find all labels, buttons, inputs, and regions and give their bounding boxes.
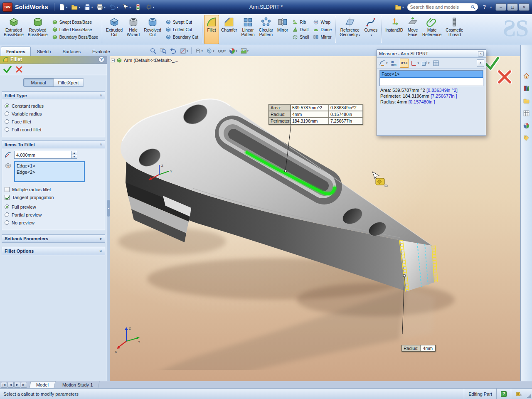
file-locations-button[interactable]: ▾	[393, 2, 405, 12]
swept-boss-base-button[interactable]: Swept Boss/Base	[51, 19, 99, 25]
setback-parameters-header[interactable]: Setback Parameters»	[2, 234, 105, 243]
zoom-fit-button[interactable]	[149, 47, 158, 55]
radio-face-fillet[interactable]: Face fillet	[5, 118, 102, 126]
first-tab-button[interactable]: |◀	[1, 382, 7, 388]
ok-button[interactable]	[3, 66, 12, 73]
tab-evaluate[interactable]: Evaluate	[87, 47, 116, 56]
measure-close-button[interactable]: ×	[478, 51, 484, 57]
arc-circle-measurements-button[interactable]: ▾	[379, 59, 388, 68]
manual-mode-button[interactable]: Manual	[24, 79, 54, 86]
tab-surfaces[interactable]: Surfaces	[57, 47, 86, 56]
revolved-boss-base-button[interactable]: RevolvedBoss/Base	[26, 15, 50, 44]
lofted-boss-base-button[interactable]: Lofted Boss/Base	[51, 26, 99, 33]
previous-view-button[interactable]	[169, 47, 177, 55]
close-button[interactable]: ×	[519, 3, 530, 11]
boundary-boss-base-button[interactable]: Boundary Boss/Base	[51, 34, 99, 40]
appearances-scenes-button[interactable]	[522, 121, 531, 130]
apply-scene-button[interactable]: ▾	[239, 47, 250, 55]
motion-study-tab[interactable]: Motion Study 1	[56, 381, 100, 388]
next-tab-button[interactable]: ▶	[14, 382, 20, 388]
edit-appearance-button[interactable]: ▾	[228, 47, 238, 55]
maximize-button[interactable]: □	[507, 3, 518, 11]
confirm-cancel-button[interactable]	[497, 70, 512, 84]
hide-show-items-button[interactable]: ▾	[217, 47, 227, 55]
model-tab[interactable]: Model	[29, 381, 56, 388]
shell-button[interactable]: Shell	[291, 34, 310, 40]
draft-button[interactable]: Draft	[291, 26, 310, 33]
instant3d-button[interactable]: Instant3D	[383, 15, 405, 44]
projection-button[interactable]: ▾	[421, 59, 430, 68]
radio-constant-radius[interactable]: Constant radius	[5, 102, 102, 110]
measurement-history-button[interactable]	[431, 59, 441, 68]
measure-tool-icon[interactable]	[515, 391, 522, 397]
point-to-point-button[interactable]: ▾	[410, 59, 420, 68]
reference-geometry-button[interactable]: ReferenceGeometry▾	[337, 15, 362, 44]
radio-full-round-fillet[interactable]: Full round fillet	[5, 126, 102, 133]
radio-partial-preview[interactable]: Partial preview	[5, 211, 102, 219]
save-button[interactable]: ▾	[82, 2, 94, 12]
prev-tab-button[interactable]: ◀	[7, 382, 14, 388]
open-button[interactable]: ▾	[69, 2, 81, 12]
rib-button[interactable]: Rib	[291, 19, 310, 25]
edge-selection-list[interactable]: Edge<1> Edge<2>	[14, 161, 85, 182]
checkbox-tangent-propagation[interactable]: Tangent propagation	[5, 193, 102, 201]
confirm-ok-button[interactable]	[485, 57, 500, 71]
revolved-cut-button[interactable]: RevolvedCut	[142, 15, 163, 44]
edge-list-item[interactable]: Edge<1>	[17, 163, 82, 169]
file-explorer-button[interactable]	[522, 96, 531, 105]
mate-reference-button[interactable]: MateReference	[420, 15, 443, 44]
view-palette-button[interactable]	[522, 108, 531, 118]
dome-button[interactable]: Dome	[312, 26, 333, 33]
section-view-button[interactable]: ▾	[179, 47, 189, 55]
radio-variable-radius[interactable]: Variable radius	[5, 110, 102, 118]
mirror-small-button[interactable]: Mirror	[312, 34, 333, 40]
radio-full-preview[interactable]: Full preview	[5, 203, 102, 211]
search-input[interactable]	[410, 5, 469, 10]
collapse-dialog-button[interactable]: ∧	[477, 59, 484, 67]
measure-selection-list[interactable]: Face<1>	[379, 70, 483, 86]
zoom-area-button[interactable]	[159, 47, 167, 55]
search-icon[interactable]	[470, 4, 475, 10]
move-face-button[interactable]: MoveFace	[405, 15, 420, 44]
radius-value[interactable]: 4.000mm	[15, 153, 71, 158]
measure-dialog[interactable]: Measure - Arm.SLDPRT × ▾ inmm XYZ ▾ ▾ ∧ …	[377, 49, 486, 136]
tree-expander-icon[interactable]: +	[111, 59, 115, 62]
help-button[interactable]: ?	[480, 3, 488, 11]
fillet-type-header[interactable]: Fillet Type»	[2, 92, 105, 99]
panel-splitter[interactable]: ◂	[107, 45, 110, 381]
items-to-fillet-header[interactable]: Items To Fillet»	[2, 141, 105, 148]
circular-pattern-button[interactable]: CircularPattern	[257, 15, 275, 44]
last-tab-button[interactable]: ▶|	[21, 382, 27, 388]
rebuild-button[interactable]	[133, 2, 143, 12]
units-precision-button[interactable]: inmm	[389, 59, 399, 68]
mirror-button[interactable]: Mirror	[275, 15, 290, 44]
panel-collapse-button[interactable]: ◂	[107, 200, 110, 217]
boundary-cut-button[interactable]: Boundary Cut	[164, 34, 200, 40]
feature-tree-root[interactable]: Arm (Default<<Default>_...	[124, 58, 178, 63]
show-xyz-measurements-button[interactable]: XYZ	[400, 59, 409, 68]
display-style-button[interactable]: ▾	[205, 47, 215, 55]
tab-sketch[interactable]: Sketch	[32, 47, 57, 56]
dropdown-arrow-icon[interactable]: ▾	[490, 6, 492, 9]
undo-button[interactable]: ▾	[108, 2, 120, 12]
tab-features[interactable]: Features	[1, 47, 31, 56]
resize-grip[interactable]	[526, 389, 532, 399]
edge-list-item[interactable]: Edge<2>	[17, 169, 82, 175]
linear-pattern-button[interactable]: LinearPattern	[239, 15, 256, 44]
spin-up-button[interactable]: ▲	[71, 151, 77, 155]
swept-cut-button[interactable]: Swept Cut	[164, 19, 200, 25]
selected-face-item[interactable]: Face<1>	[380, 71, 483, 78]
minimize-button[interactable]: −	[495, 3, 506, 11]
print-button[interactable]: ▾	[95, 2, 107, 12]
lofted-cut-button[interactable]: Lofted Cut	[164, 26, 200, 33]
filletxpert-mode-button[interactable]: FilletXpert	[54, 79, 84, 86]
curves-button[interactable]: Curves▾	[362, 15, 380, 44]
cancel-button[interactable]	[16, 66, 22, 73]
radio-no-preview[interactable]: No preview	[5, 219, 102, 227]
options-button[interactable]: ▾	[144, 2, 156, 12]
view-orientation-button[interactable]: ▾	[194, 47, 204, 55]
measure-dialog-titlebar[interactable]: Measure - Arm.SLDPRT ×	[377, 50, 486, 58]
propertymanager-help-button[interactable]: ?	[99, 57, 104, 62]
fillet-options-header[interactable]: Fillet Options»	[2, 247, 105, 255]
radius-callout[interactable]: Radius: 4mm	[401, 345, 436, 352]
